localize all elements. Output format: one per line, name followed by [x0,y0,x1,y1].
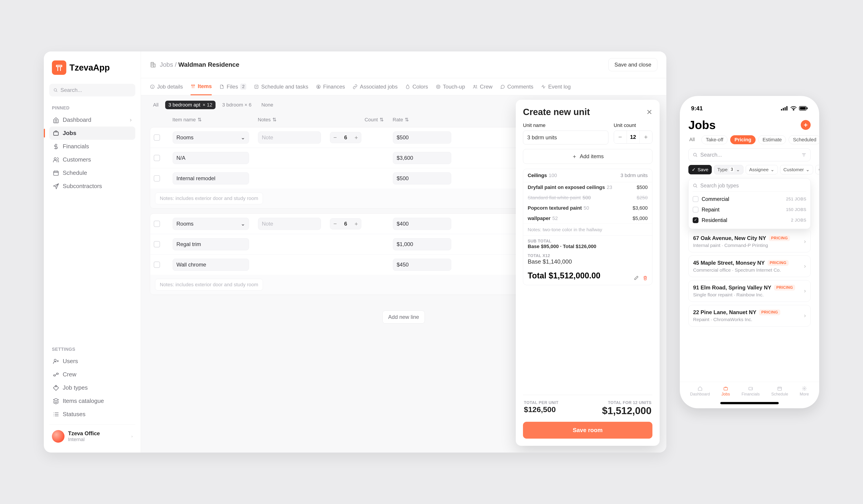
edit-icon[interactable] [634,276,639,280]
checkbox[interactable] [693,207,699,213]
chip-estimate[interactable]: Estimate [758,135,786,144]
add-items-button[interactable]: ＋Add items [523,149,652,164]
th-count[interactable]: Count ⇅ [330,117,384,123]
type-filter-chip[interactable]: Type3⌄ [714,165,744,174]
row-checkbox[interactable] [154,134,160,141]
save-and-close-button[interactable]: Save and close [608,58,658,71]
note-input[interactable] [258,218,321,230]
tab-financials[interactable]: Financials [741,386,760,396]
dropdown-option[interactable]: Repaint150 JOBS [689,204,810,215]
row-checkbox[interactable] [154,262,160,268]
sidebar-item-crew[interactable]: Crew [49,368,135,381]
filter-active[interactable]: 3 bedroom apt× 12 [165,101,215,109]
customer-filter-chip[interactable]: Customer⌄ [780,165,813,174]
dropdown-option[interactable]: Residential2 JOBS [689,215,810,226]
tab-schedule[interactable]: Schedule [771,386,788,396]
save-room-button[interactable]: Save room [523,422,652,439]
th-notes[interactable]: Notes ⇅ [258,117,321,123]
sidebar-item-customers[interactable]: Customers [49,153,135,166]
close-icon[interactable]: ✕ [646,108,652,116]
sidebar-item-jobtypes[interactable]: Job types [49,381,135,394]
checkbox[interactable] [693,196,699,202]
item-name-cell[interactable]: Internal remodel [173,172,249,185]
decrement-button[interactable]: − [614,131,627,143]
row-checkbox[interactable] [154,155,160,161]
increment-button[interactable]: + [351,218,361,229]
sidebar-item-subcontractors[interactable]: Subcontractors [49,179,135,193]
checkbox-checked[interactable] [693,217,699,223]
job-card[interactable]: 22 Pine Lane, Nanuet NYPRICING Repaint ·… [688,305,811,327]
increment-button[interactable]: + [640,131,652,143]
tab-eventlog[interactable]: Event log [541,78,571,95]
filter-none[interactable]: None [258,101,276,109]
sidebar-item-schedule[interactable]: Schedule [49,166,135,179]
filter-icon[interactable] [801,152,806,157]
rate-value[interactable]: $3,600 [393,152,451,164]
search-input[interactable] [61,87,131,93]
tab-more[interactable]: More [800,386,809,396]
sidebar-item-financials[interactable]: Financials [49,140,135,153]
save-filter-chip[interactable]: ✓Save [688,165,712,174]
item-name-cell[interactable]: Regal trim [173,238,249,250]
unit-count-stepper[interactable]: − 12 + [614,130,653,143]
chip-all[interactable]: All [688,135,699,144]
job-card[interactable]: 91 Elm Road, Spring Valley NYPRICING Sin… [688,280,811,302]
tab-items[interactable]: Items [190,78,212,95]
mobile-search[interactable] [688,148,811,161]
rate-value[interactable]: $1,000 [393,238,451,250]
job-card[interactable]: 67 Oak Avenue, New City NYPRICING Intern… [688,231,811,252]
item-name-cell[interactable]: N/A [173,152,249,164]
chip-scheduled[interactable]: Scheduled [789,135,819,144]
count-stepper[interactable]: −6+ [330,218,361,229]
tab-associated[interactable]: Associated jobs [353,78,398,95]
job-card[interactable]: 45 Maple Street, Monsey NYPRICING Commer… [688,255,811,277]
sidebar-item-statuses[interactable]: Statuses [49,407,135,421]
add-new-line-button[interactable]: Add new line [383,311,425,324]
count-stepper[interactable]: −6+ [330,132,361,143]
decrement-button[interactable]: − [330,218,340,229]
tab-schedule[interactable]: Schedule and tasks [254,78,308,95]
increment-button[interactable]: + [351,132,361,143]
tab-touchup[interactable]: Touch-up [436,78,465,95]
rate-value[interactable]: $500 [393,131,451,143]
sidebar-item-dashboard[interactable]: Dashboard › [49,113,135,126]
filter-second[interactable]: 3 bdroom × 6 [219,101,255,109]
dropdown-search[interactable]: Search job types [693,183,806,192]
tab-crew[interactable]: Crew [473,78,492,95]
tab-colors[interactable]: Colors [405,78,428,95]
profile-switcher[interactable]: Tzeva Office Internal › [49,425,135,443]
rate-value[interactable]: $400 [393,218,451,230]
chip-pricing[interactable]: Pricing [730,135,755,144]
th-item-name[interactable]: Item name ⇅ [172,117,249,123]
sidebar-search[interactable] [49,84,135,97]
tab-job-details[interactable]: Job details [150,78,183,95]
item-name-cell[interactable]: Wall chrome [173,259,249,271]
assignee-filter-chip[interactable]: Assignee⌄ [746,165,778,174]
row-checkbox[interactable] [154,175,160,181]
th-rate[interactable]: Rate ⇅ [392,117,451,123]
room-select[interactable]: Rooms⌄ [173,218,249,230]
tab-files[interactable]: Files2 [219,78,246,95]
sidebar-item-jobs[interactable]: Jobs [49,126,135,140]
add-job-button[interactable]: + [801,120,811,130]
rate-value[interactable]: $500 [393,172,451,185]
room-select[interactable]: Rooms⌄ [173,131,249,143]
tab-dashboard[interactable]: Dashboard [690,386,710,396]
tab-finances[interactable]: Finances [316,78,345,95]
unit-name-input[interactable] [523,130,608,144]
search-input[interactable] [700,152,799,158]
row-checkbox[interactable] [154,241,160,248]
filter-all[interactable]: All [150,101,162,109]
sidebar-item-users[interactable]: Users [49,355,135,368]
sidebar-item-catalogue[interactable]: Items catalogue [49,394,135,407]
tab-jobs[interactable]: Jobs [722,386,730,396]
row-checkbox[interactable] [154,220,160,227]
tab-comments[interactable]: Comments [500,78,533,95]
crew-filter-chip[interactable]: Crew [815,165,819,174]
dropdown-option[interactable]: Commercial251 JOBS [689,194,810,204]
trash-icon[interactable] [643,276,648,280]
decrement-button[interactable]: − [330,132,340,143]
rate-value[interactable]: $450 [393,259,451,271]
breadcrumb-root[interactable]: Jobs [160,61,173,68]
chip-takeoff[interactable]: Take-off [701,135,727,144]
